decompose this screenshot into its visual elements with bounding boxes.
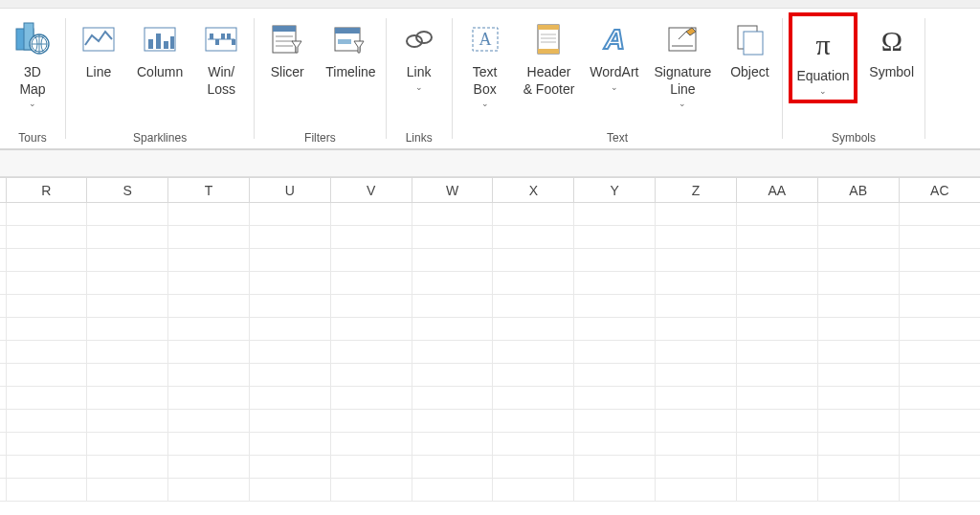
column-header[interactable]: V [330,178,412,203]
cell[interactable] [330,410,412,433]
cell[interactable] [493,318,574,341]
cell[interactable] [412,456,493,479]
cell[interactable] [6,226,87,249]
cell[interactable] [168,387,250,410]
cell[interactable] [87,318,168,341]
cell[interactable] [817,318,899,341]
cell[interactable] [249,456,330,479]
cell[interactable] [493,410,574,433]
cell[interactable] [249,203,330,226]
cell[interactable] [736,479,817,502]
grid-body[interactable] [0,203,980,502]
cell[interactable] [493,433,574,456]
cell[interactable] [493,272,574,295]
cell[interactable] [412,387,493,410]
cell[interactable] [249,272,330,295]
cell[interactable] [249,226,330,249]
cell[interactable] [87,249,168,272]
cell[interactable] [656,226,737,249]
cell[interactable] [6,318,87,341]
column-header[interactable]: S [87,178,168,203]
cell[interactable] [574,341,656,364]
cell[interactable] [574,456,656,479]
cell[interactable] [87,295,168,318]
cell[interactable] [493,387,574,410]
equation-button[interactable]: π Equation ⌄ [789,12,857,103]
cell[interactable] [899,410,980,433]
cell[interactable] [493,295,574,318]
cell[interactable] [87,433,168,456]
column-header[interactable]: AC [899,178,980,203]
cell[interactable] [736,387,817,410]
cell[interactable] [736,318,817,341]
cell[interactable] [736,249,817,272]
column-header[interactable]: Y [574,178,656,203]
cell[interactable] [330,433,412,456]
cell[interactable] [899,249,980,272]
cell[interactable] [6,410,87,433]
cell[interactable] [736,410,817,433]
cell[interactable] [574,272,656,295]
column-header[interactable]: X [493,178,574,203]
cell[interactable] [87,456,168,479]
cell[interactable] [817,203,899,226]
cell[interactable] [87,387,168,410]
column-header[interactable]: AA [736,178,817,203]
cell[interactable] [493,341,574,364]
cell[interactable] [87,226,168,249]
cell[interactable] [574,410,656,433]
cell[interactable] [249,387,330,410]
cell[interactable] [899,203,980,226]
cell[interactable] [736,203,817,226]
3d-map-button[interactable]: 3D Map ⌄ [6,12,59,112]
cell[interactable] [817,249,899,272]
sparkline-column-button[interactable]: Column [133,12,187,85]
cell[interactable] [656,410,737,433]
cell[interactable] [249,433,330,456]
object-button[interactable]: Object [723,12,776,85]
cell[interactable] [574,318,656,341]
link-button[interactable]: Link ⌄ [392,12,446,96]
column-header[interactable]: T [168,178,250,203]
column-header[interactable]: R [6,178,87,203]
cell[interactable] [168,433,250,456]
cell[interactable] [817,456,899,479]
wordart-button[interactable]: A WordArt ⌄ [586,12,642,96]
cell[interactable] [817,295,899,318]
cell[interactable] [574,295,656,318]
cell[interactable] [899,456,980,479]
cell[interactable] [6,341,87,364]
cell[interactable] [574,203,656,226]
cell[interactable] [330,341,412,364]
cell[interactable] [168,272,250,295]
cell[interactable] [412,203,493,226]
cell[interactable] [899,295,980,318]
cell[interactable] [817,387,899,410]
cell[interactable] [656,249,737,272]
cell[interactable] [656,387,737,410]
cell[interactable] [817,364,899,387]
cell[interactable] [168,456,250,479]
column-header[interactable]: U [249,178,330,203]
cell[interactable] [899,387,980,410]
column-header[interactable]: Z [656,178,737,203]
cell[interactable] [899,433,980,456]
cell[interactable] [330,272,412,295]
cell[interactable] [817,341,899,364]
cell[interactable] [6,364,87,387]
header-footer-button[interactable]: Header & Footer [520,12,579,101]
cell[interactable] [87,479,168,502]
signature-line-button[interactable]: Signature Line ⌄ [650,12,715,112]
cell[interactable] [736,295,817,318]
cell[interactable] [736,272,817,295]
cell[interactable] [899,364,980,387]
cell[interactable] [736,364,817,387]
cell[interactable] [168,341,250,364]
cell[interactable] [168,203,250,226]
cell[interactable] [249,295,330,318]
cell[interactable] [493,249,574,272]
cell[interactable] [656,456,737,479]
cell[interactable] [412,433,493,456]
cell[interactable] [6,295,87,318]
cell[interactable] [574,433,656,456]
